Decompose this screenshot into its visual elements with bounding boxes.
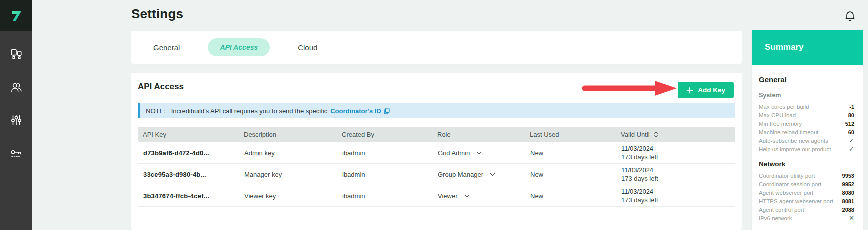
cross-icon: ✕ — [849, 214, 854, 222]
add-key-label: Add Key — [698, 86, 725, 94]
api-keys-table: API Key Description Created By Role Last… — [138, 127, 735, 208]
description-value: Admin key — [239, 150, 337, 157]
summary-item: Help us improve our product✓ — [759, 145, 854, 154]
notification-bell-icon — [844, 10, 856, 24]
summary-item: Min free memory512 — [759, 120, 854, 128]
note-prefix: NOTE: — [146, 108, 166, 115]
col-header-api-key: API Key — [138, 131, 239, 138]
page-title: Settings — [131, 6, 183, 22]
role-dropdown[interactable]: Group Manager — [432, 171, 525, 178]
role-dropdown[interactable]: Viewer — [432, 192, 525, 200]
check-icon: ✓ — [849, 146, 854, 153]
summary-item: Max CPU load80 — [759, 111, 854, 120]
tab-general[interactable]: General — [153, 44, 180, 52]
summary-item: IPv6 network✕ — [759, 214, 854, 222]
sidebar-item-settings[interactable] — [9, 113, 24, 128]
summary-item: Agent control port2088 — [759, 206, 854, 214]
chevron-down-icon — [464, 194, 470, 198]
table-body: d73b9af6-d472-4d0... Admin key ibadmin G… — [138, 142, 735, 208]
table-header-row: API Key Description Created By Role Last… — [138, 127, 735, 142]
summary-network-items: Coordinator utility port9953 Coordinator… — [759, 172, 854, 222]
chevron-down-icon — [476, 152, 482, 155]
api-access-panel: API Access Add Key NOTE: Incredibuild's … — [131, 73, 742, 230]
plus-icon — [686, 87, 693, 94]
created-by-value: ibadmin — [337, 171, 432, 178]
note-banner: NOTE: Incredibuild's API call requires y… — [138, 104, 735, 118]
summary-general-heading: General — [759, 76, 854, 84]
created-by-value: ibadmin — [337, 150, 432, 157]
created-by-value: ibadmin — [337, 192, 432, 200]
incredibuild-logo-icon — [9, 8, 24, 23]
col-header-valid-until[interactable]: Valid Until — [616, 131, 735, 138]
coordinators-id-link-label: Coordinator's ID — [330, 108, 381, 115]
section-title: API Access — [138, 82, 184, 92]
summary-item: Coordinator session port9952 — [759, 180, 854, 188]
sidebar-item-agents[interactable] — [9, 47, 24, 62]
annotation-arrow — [581, 80, 678, 98]
tab-cloud[interactable]: Cloud — [298, 44, 317, 52]
last-used-value: New — [525, 150, 616, 157]
last-used-value: New — [525, 171, 616, 178]
col-header-created-by: Created By — [337, 131, 432, 138]
copy-icon[interactable] — [384, 108, 390, 114]
sort-icon[interactable] — [654, 132, 658, 138]
table-row: 3b347674-ffcb-4cef... Viewer key ibadmin… — [138, 186, 735, 207]
check-icon: ✓ — [849, 137, 854, 144]
chevron-down-icon — [490, 173, 495, 176]
description-value: Viewer key — [239, 192, 337, 200]
valid-until-value: 11/03/2024 173 days left — [616, 144, 735, 162]
notifications-button[interactable] — [842, 9, 858, 25]
col-header-description: Description — [239, 131, 337, 138]
last-used-value: New — [525, 192, 616, 200]
table-row: d73b9af6-d472-4d0... Admin key ibadmin G… — [138, 142, 735, 164]
summary-title: Summary — [765, 42, 803, 52]
api-key-value: 3b347674-ffcb-4cef... — [138, 192, 239, 200]
app-logo[interactable] — [0, 0, 32, 31]
license-key-icon — [10, 147, 23, 160]
valid-until-value: 11/03/2024 173 days left — [616, 188, 735, 204]
note-text: Incredibuild's API call requires you to … — [171, 108, 327, 115]
coordinators-id-link[interactable]: Coordinator's ID — [330, 108, 389, 115]
tab-api-access[interactable]: API Access — [208, 38, 270, 56]
sidebar-item-license[interactable] — [9, 146, 24, 161]
api-key-value: d73b9af6-d472-4d0... — [138, 150, 239, 157]
add-key-button[interactable]: Add Key — [678, 82, 734, 98]
col-header-role: Role — [432, 131, 525, 138]
summary-network-heading: Network — [759, 160, 854, 168]
summary-header: Summary — [752, 30, 863, 65]
summary-item: Max cores per build-1 — [759, 102, 854, 111]
summary-system-heading: System — [759, 92, 854, 99]
role-dropdown[interactable]: Grid Admin — [432, 150, 525, 157]
api-key-value: 33ce95a3-d980-4b... — [138, 171, 239, 178]
settings-sliders-icon — [10, 114, 23, 127]
description-value: Manager key — [239, 171, 337, 178]
sidebar-item-users[interactable] — [9, 80, 24, 95]
settings-tabs: General API Access Cloud — [131, 31, 742, 64]
summary-item: Agent webserver port8080 — [759, 188, 854, 197]
summary-item: HTTPS agent webserver port8081 — [759, 197, 854, 206]
valid-until-value: 11/03/2024 173 days left — [616, 166, 735, 183]
users-icon — [10, 81, 23, 94]
col-header-last-used: Last Used — [525, 131, 616, 138]
summary-system-items: Max cores per build-1 Max CPU load80 Min… — [759, 102, 854, 154]
summary-item: Auto-subscribe new agents✓ — [759, 136, 854, 145]
table-row: 33ce95a3-d980-4b... Manager key ibadmin … — [138, 164, 735, 186]
summary-panel: Summary General System Max cores per bui… — [752, 30, 863, 230]
summary-item: Machine reload timeout60 — [759, 128, 854, 136]
agents-grid-icon — [10, 48, 23, 61]
summary-item: Coordinator utility port9953 — [759, 172, 854, 180]
left-sidebar — [0, 0, 32, 230]
